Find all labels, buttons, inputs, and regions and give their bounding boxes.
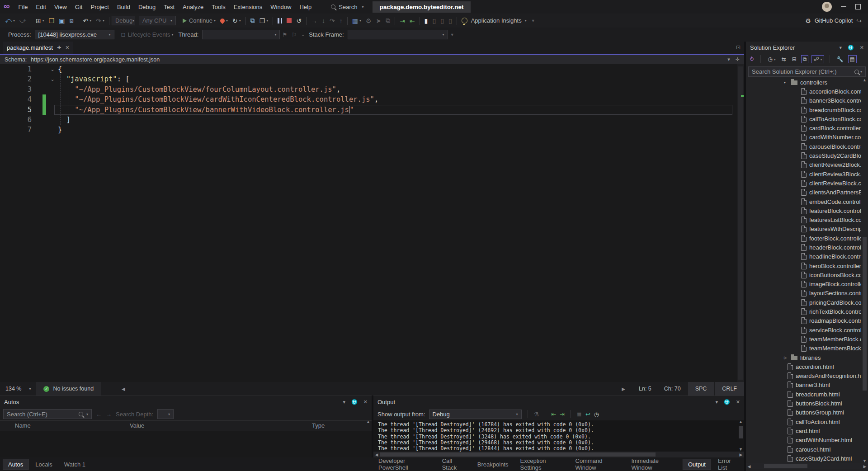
tree-item-file[interactable]: heroBlock.controller.js [746,261,861,270]
tree-item-file[interactable]: caseStudy2Card.html [746,454,861,463]
tree-item-file[interactable]: callToActionBlock.controller.js [746,114,861,123]
window-position-icon[interactable]: ▾ [840,45,842,51]
tree-item-file[interactable]: breadcrumbBlock.controller.js [746,105,861,114]
collapse-all-icon[interactable]: ⊟ [791,56,798,63]
suspend-threads-icon[interactable]: ⌄ [299,28,307,42]
switch-views-icon[interactable]: ⥁ [749,56,755,63]
tab-command-window[interactable]: Command Window [571,456,625,471]
user-avatar[interactable] [822,2,832,12]
menu-view[interactable]: View [50,0,71,14]
schema-dropdown-icon[interactable]: ▾ [727,57,730,62]
close-icon[interactable]: ✕ [736,399,740,405]
code-line-6[interactable]: 6 ] [0,115,744,125]
autos-vertical-scrollbar[interactable]: ▲ [365,419,372,457]
tab-call-stack[interactable]: Call Stack [437,456,471,471]
tab-locals[interactable]: Locals [30,459,57,470]
search-control[interactable]: Search ▾ [331,4,363,10]
menu-debug[interactable]: Debug [134,0,160,14]
show-all-files-icon[interactable]: ⧉ [801,55,809,63]
pointer-button[interactable]: ➤ [374,14,384,28]
tree-item-file[interactable]: accordion.html [746,362,861,371]
tab-error-list[interactable]: Error List [713,456,744,471]
window-position-icon[interactable]: ▾ [343,399,346,405]
tree-item-file[interactable]: teamMembersBlock.controller.js [746,344,861,353]
tree-item-file[interactable]: caseStudy2CardBlock.controller.js [746,151,861,160]
menu-project[interactable]: Project [86,0,113,14]
code-line-1[interactable]: 1⌄{ [0,64,744,74]
fold-chevron-icon[interactable]: ⌄ [47,64,58,74]
multi-app-button[interactable]: ⧉ [248,14,257,28]
tree-item-file[interactable]: card.html [746,426,861,435]
tree-item-file[interactable]: serviceBlock.controller.js [746,325,861,334]
menu-analyze[interactable]: Analyze [179,0,208,14]
tree-item-file[interactable]: roadmapBlock.controller.js [746,316,861,325]
debugbar-overflow-button[interactable]: ▼ [448,28,457,42]
stack-frame-dropdown[interactable]: ▾ [348,30,448,39]
tab-developer-powershell[interactable]: Developer PowerShell [373,456,435,471]
tree-item-file[interactable]: buttonsBlock.html [746,399,861,408]
tree-item-file[interactable]: featureBlock.controller.js [746,206,861,215]
code-line-5[interactable]: 5 "~/App_Plugins/CustomBlockView/bannerW… [0,105,744,115]
properties-icon[interactable]: 🔧 [835,56,845,63]
tree-item-file[interactable]: clientReview3Block.controller.js [746,170,861,179]
tree-item-folder[interactable]: ▾controllers [746,78,861,87]
scroll-right-icon[interactable]: ▶ [622,386,625,391]
tree-item-file[interactable]: awardsAndRecognition.html [746,372,861,381]
chevron-collapsed-icon[interactable]: ▷ [784,356,791,360]
pending-changes-filter-icon[interactable]: ◷▾ [766,56,777,63]
code-line-2[interactable]: 2⌄ "javascript": [ [0,74,744,84]
preview-selected-items-icon[interactable]: ▤ [848,55,857,63]
pin-icon[interactable]: ⛎ [848,45,854,51]
code-text[interactable]: "~/App_Plugins/CustomBlockView/fourColum… [58,85,340,94]
tree-item-file[interactable]: accordionBlock.controller.js [746,87,861,96]
menu-edit[interactable]: Edit [32,0,50,14]
autos-content[interactable] [0,431,372,458]
tree-item-file[interactable]: banner3Block.controller.js [746,96,861,105]
tree-item-file[interactable]: teamMemberBlock.controller.js [746,334,861,344]
step-into-button[interactable]: ↓ [320,14,327,28]
spaces-indicator[interactable]: SPC [688,382,714,396]
pin-icon[interactable]: ⛎ [351,399,358,405]
tab-exception-settings[interactable]: Exception Settings [515,456,569,471]
show-next-statement-button[interactable]: → [309,14,320,28]
browser-link-button[interactable]: ❐▾ [257,14,271,28]
tree-item-file[interactable]: layoutSections.controller.js [746,289,861,298]
scrollbar-thumb[interactable] [863,237,867,391]
next-message-icon[interactable]: ⇥ [560,411,565,418]
code-lens-button[interactable]: ⇤ [407,14,417,28]
flag-current-thread-button[interactable]: ⚐ [289,28,299,42]
restore-button[interactable] [855,4,861,9]
parallel-stacks-button[interactable]: ⧉ [383,14,392,28]
tab-watch-1[interactable]: Watch 1 [59,459,90,470]
code-text[interactable]: } [58,125,62,135]
previous-message-icon[interactable]: ⇤ [551,411,556,418]
tree-item-file[interactable]: headlineBlock.controller.js [746,252,861,261]
scrollbar-thumb[interactable] [738,66,743,380]
tab-immediate-window[interactable]: Immediate Window [626,456,681,471]
navigate-back-button[interactable]: ⤺▾ [3,14,17,28]
thread-dropdown[interactable]: ▾ [202,30,280,39]
scroll-left-icon[interactable]: ◀ [122,386,125,391]
tree-item-file[interactable]: iconButtonsBlock.controller.js [746,270,861,279]
tree-item-file[interactable]: richTextBlock.controller.js [746,307,861,316]
code-line-4[interactable]: 4 "~/App_Plugins/CustomBlockView/cardWit… [0,94,744,104]
tree-item-file[interactable]: callToAction.html [746,417,861,426]
code-text[interactable]: "javascript": [ [58,74,130,84]
autos-search-input[interactable]: Search (Ctrl+E) ▾ [3,409,92,419]
column-value[interactable]: Value [130,422,144,429]
flag-threads-button[interactable]: ⚑ [280,28,289,42]
hex-display-button[interactable]: ⚙ [363,14,374,28]
pin-icon[interactable]: ⛎ [724,399,730,405]
configuration-dropdown[interactable]: Debug▾ [112,16,135,25]
pin-icon[interactable]: ✚ [57,45,61,51]
tree-item-file[interactable]: featuresWithDescription.controller.js [746,225,861,234]
menu-file[interactable]: File [14,0,32,14]
navigate-forward-button[interactable]: ⤻ [17,14,28,28]
lifecycle-events-button[interactable]: ⊟Lifecycle Events▾ [119,28,176,42]
document-well-options-icon[interactable]: ⊡ [736,44,741,51]
next-bookmark-button[interactable]: ▯ [438,14,446,28]
tree-item-file[interactable]: buttonsGroup.html [746,408,861,417]
fold-chevron-icon[interactable]: ⌄ [47,74,58,84]
window-position-icon[interactable]: ▾ [716,399,718,405]
undo-button[interactable]: ↶▾ [80,14,94,28]
